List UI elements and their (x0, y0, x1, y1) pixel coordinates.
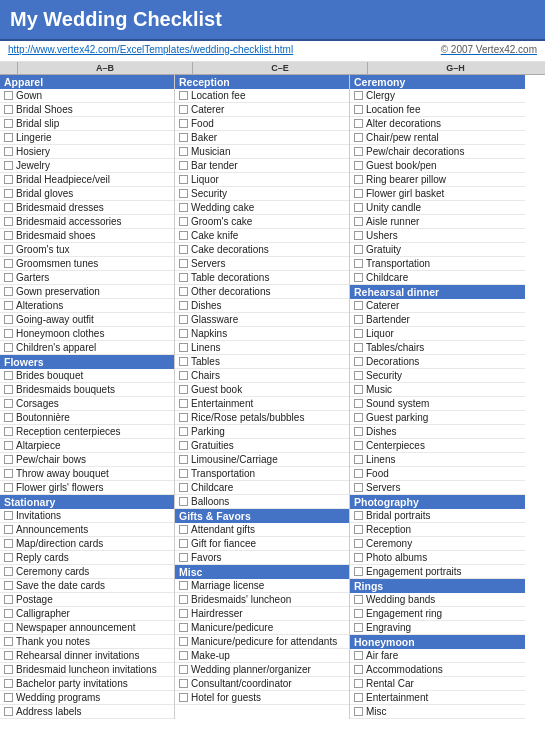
checkbox[interactable] (354, 399, 363, 408)
checkbox[interactable] (354, 231, 363, 240)
checkbox[interactable] (4, 483, 13, 492)
checkbox[interactable] (4, 511, 13, 520)
checkbox[interactable] (179, 497, 188, 506)
checkbox[interactable] (354, 217, 363, 226)
checkbox[interactable] (4, 427, 13, 436)
checkbox[interactable] (4, 567, 13, 576)
template-link[interactable]: http://www.vertex42.com/ExcelTemplates/w… (8, 44, 293, 55)
checkbox[interactable] (354, 539, 363, 548)
checkbox[interactable] (4, 105, 13, 114)
checkbox[interactable] (179, 217, 188, 226)
checkbox[interactable] (179, 105, 188, 114)
checkbox[interactable] (354, 553, 363, 562)
checkbox[interactable] (354, 679, 363, 688)
checkbox[interactable] (179, 273, 188, 282)
checkbox[interactable] (4, 329, 13, 338)
checkbox[interactable] (354, 693, 363, 702)
checkbox[interactable] (354, 511, 363, 520)
checkbox[interactable] (179, 651, 188, 660)
checkbox[interactable] (179, 315, 188, 324)
checkbox[interactable] (179, 301, 188, 310)
checkbox[interactable] (4, 455, 13, 464)
checkbox[interactable] (179, 693, 188, 702)
checkbox[interactable] (354, 245, 363, 254)
checkbox[interactable] (4, 161, 13, 170)
checkbox[interactable] (179, 259, 188, 268)
checkbox[interactable] (179, 371, 188, 380)
checkbox[interactable] (179, 385, 188, 394)
checkbox[interactable] (179, 553, 188, 562)
checkbox[interactable] (4, 623, 13, 632)
checkbox[interactable] (354, 385, 363, 394)
checkbox[interactable] (4, 707, 13, 716)
checkbox[interactable] (179, 119, 188, 128)
checkbox[interactable] (4, 301, 13, 310)
checkbox[interactable] (354, 609, 363, 618)
checkbox[interactable] (354, 119, 363, 128)
checkbox[interactable] (4, 119, 13, 128)
checkbox[interactable] (179, 91, 188, 100)
checkbox[interactable] (179, 441, 188, 450)
checkbox[interactable] (354, 343, 363, 352)
checkbox[interactable] (4, 539, 13, 548)
checkbox[interactable] (354, 427, 363, 436)
checkbox[interactable] (4, 203, 13, 212)
checkbox[interactable] (179, 609, 188, 618)
checkbox[interactable] (179, 399, 188, 408)
checkbox[interactable] (4, 399, 13, 408)
checkbox[interactable] (354, 357, 363, 366)
checkbox[interactable] (179, 427, 188, 436)
checkbox[interactable] (354, 455, 363, 464)
checkbox[interactable] (354, 161, 363, 170)
checkbox[interactable] (354, 595, 363, 604)
checkbox[interactable] (179, 665, 188, 674)
checkbox[interactable] (4, 259, 13, 268)
checkbox[interactable] (354, 91, 363, 100)
checkbox[interactable] (4, 231, 13, 240)
checkbox[interactable] (179, 175, 188, 184)
checkbox[interactable] (4, 609, 13, 618)
checkbox[interactable] (4, 385, 13, 394)
checkbox[interactable] (354, 371, 363, 380)
checkbox[interactable] (354, 203, 363, 212)
checkbox[interactable] (179, 623, 188, 632)
checkbox[interactable] (354, 147, 363, 156)
checkbox[interactable] (179, 413, 188, 422)
checkbox[interactable] (354, 315, 363, 324)
checkbox[interactable] (4, 679, 13, 688)
checkbox[interactable] (354, 175, 363, 184)
checkbox[interactable] (4, 581, 13, 590)
checkbox[interactable] (354, 189, 363, 198)
checkbox[interactable] (179, 455, 188, 464)
checkbox[interactable] (4, 651, 13, 660)
checkbox[interactable] (354, 665, 363, 674)
checkbox[interactable] (354, 707, 363, 716)
checkbox[interactable] (354, 259, 363, 268)
checkbox[interactable] (354, 413, 363, 422)
checkbox[interactable] (354, 623, 363, 632)
checkbox[interactable] (4, 371, 13, 380)
checkbox[interactable] (179, 637, 188, 646)
checkbox[interactable] (4, 693, 13, 702)
checkbox[interactable] (4, 553, 13, 562)
checkbox[interactable] (179, 581, 188, 590)
checkbox[interactable] (4, 175, 13, 184)
checkbox[interactable] (4, 217, 13, 226)
checkbox[interactable] (354, 651, 363, 660)
checkbox[interactable] (354, 483, 363, 492)
checkbox[interactable] (354, 469, 363, 478)
checkbox[interactable] (179, 679, 188, 688)
checkbox[interactable] (4, 245, 13, 254)
checkbox[interactable] (4, 637, 13, 646)
checkbox[interactable] (354, 329, 363, 338)
checkbox[interactable] (4, 595, 13, 604)
checkbox[interactable] (354, 441, 363, 450)
checkbox[interactable] (4, 147, 13, 156)
checkbox[interactable] (179, 147, 188, 156)
checkbox[interactable] (179, 231, 188, 240)
checkbox[interactable] (354, 105, 363, 114)
checkbox[interactable] (179, 357, 188, 366)
checkbox[interactable] (179, 133, 188, 142)
checkbox[interactable] (4, 91, 13, 100)
checkbox[interactable] (179, 329, 188, 338)
